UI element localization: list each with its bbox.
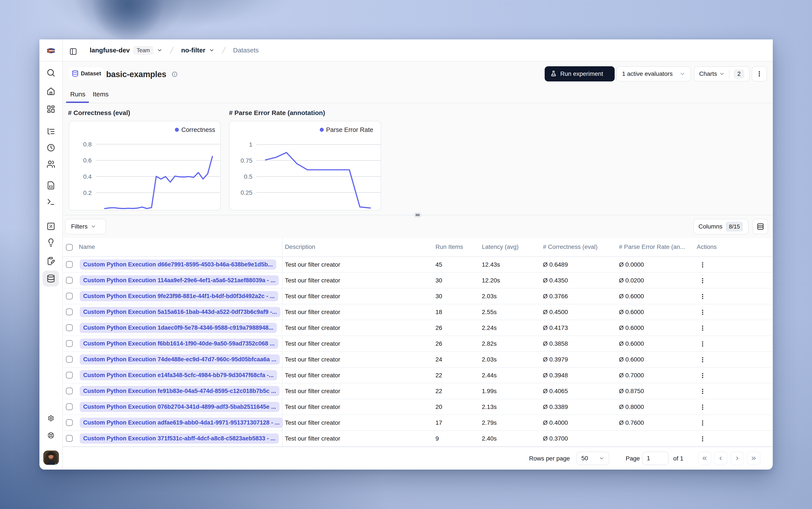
svg-text:0.2: 0.2 (83, 189, 92, 196)
svg-text:Parse Error Rate: Parse Error Rate (326, 126, 373, 133)
svg-text:0.75: 0.75 (241, 157, 252, 164)
svg-text:0.8: 0.8 (83, 141, 92, 147)
svg-text:0.6: 0.6 (83, 157, 92, 164)
svg-text:1: 1 (249, 141, 252, 148)
svg-text:0.5: 0.5 (244, 173, 252, 180)
svg-text:0.25: 0.25 (241, 189, 252, 196)
svg-text:Correctness: Correctness (181, 126, 215, 133)
svg-text:0.4: 0.4 (83, 173, 92, 180)
